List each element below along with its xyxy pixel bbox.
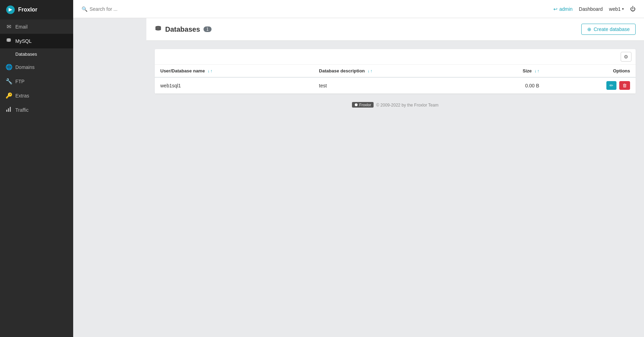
footer-copyright: © 2009-2022 by the Froxlor Team: [376, 103, 438, 108]
create-database-label: Create database: [593, 26, 630, 32]
sidebar-item-extras[interactable]: 🔑 Extras: [0, 88, 73, 103]
traffic-icon: [6, 107, 12, 113]
page-header-left: Databases 1: [155, 25, 212, 34]
admin-label: admin: [559, 6, 573, 12]
sidebar-sub-item-databases[interactable]: Databases: [0, 48, 73, 60]
sidebar-item-mysql-label: MySQL: [15, 38, 32, 44]
databases-table-container: ⚙ User/Database name ↓ ↑ Database descri…: [155, 49, 636, 94]
footer-logo-text: Froxlor: [359, 103, 371, 107]
col-size-label: Size: [523, 68, 532, 73]
froxlor-logo-icon: [6, 5, 15, 15]
user-link[interactable]: web1 ▾: [609, 6, 624, 12]
sidebar-item-extras-label: Extras: [15, 93, 29, 99]
footer: Froxlor © 2009-2022 by the Froxlor Team: [155, 94, 636, 116]
sort-size-desc[interactable]: ↑: [537, 69, 539, 73]
col-size: Size ↓ ↑: [475, 65, 545, 77]
chevron-down-icon: ▾: [622, 7, 624, 11]
topbar: 🔍 ↩ admin Dashboard web1 ▾ ⏻: [73, 0, 644, 18]
admin-link[interactable]: ↩ admin: [553, 6, 573, 12]
table-toolbar: ⚙: [155, 49, 636, 65]
page-header: Databases 1 ⊕ Create database: [146, 18, 644, 41]
dashboard-link[interactable]: Dashboard: [579, 6, 603, 12]
sidebar-item-ftp[interactable]: 🔧 FTP: [0, 74, 73, 88]
cell-size: 0.00 B: [475, 77, 545, 94]
power-button[interactable]: ⏻: [630, 6, 636, 12]
user-label: web1: [609, 6, 621, 12]
app-name: Froxlor: [18, 7, 37, 13]
col-options: Options: [545, 65, 636, 77]
delete-database-button[interactable]: 🗑: [619, 81, 630, 90]
svg-point-1: [7, 38, 11, 40]
sidebar-item-domains[interactable]: 🌐 Domains: [0, 60, 73, 74]
main-content: Databases 1 ⊕ Create database ⚙ User/Dat…: [146, 18, 644, 337]
logo-area[interactable]: Froxlor: [0, 0, 73, 19]
table-settings-button[interactable]: ⚙: [621, 52, 631, 62]
sort-description-desc[interactable]: ↑: [370, 69, 372, 73]
edit-database-button[interactable]: ✏: [606, 81, 616, 90]
col-user-db-name: User/Database name ↓ ↑: [155, 65, 313, 77]
table-body: web1sql1 test 0.00 B ✏ 🗑: [155, 77, 636, 94]
ftp-icon: 🔧: [6, 78, 12, 85]
search-area: 🔍: [82, 6, 549, 12]
sort-description-asc[interactable]: ↓: [367, 69, 369, 73]
cell-user-db-name: web1sql1: [155, 77, 313, 94]
search-icon: 🔍: [82, 6, 87, 12]
back-icon: ↩: [553, 6, 558, 12]
svg-rect-3: [8, 108, 9, 112]
sidebar-item-traffic[interactable]: Traffic: [0, 103, 73, 117]
extras-icon: 🔑: [6, 92, 12, 99]
sidebar-sub-item-databases-label: Databases: [15, 52, 37, 57]
col-size-sort: ↓ ↑: [534, 69, 539, 73]
page-title: Databases: [165, 25, 200, 33]
col-description-sort: ↓ ↑: [367, 69, 372, 73]
sidebar-item-traffic-label: Traffic: [15, 107, 29, 113]
sidebar-item-ftp-label: FTP: [15, 79, 24, 84]
sort-size-asc[interactable]: ↓: [534, 69, 536, 73]
search-input[interactable]: [90, 6, 159, 12]
cell-description: test: [313, 77, 475, 94]
email-icon: ✉: [6, 23, 12, 30]
cell-options: ✏ 🗑: [545, 77, 636, 94]
svg-point-6: [355, 103, 358, 106]
col-description-label: Database description: [319, 68, 365, 73]
create-database-button[interactable]: ⊕ Create database: [581, 24, 636, 35]
table-row: web1sql1 test 0.00 B ✏ 🗑: [155, 77, 636, 94]
databases-table: User/Database name ↓ ↑ Database descript…: [155, 65, 636, 94]
col-user-db-name-label: User/Database name: [160, 68, 205, 73]
svg-point-5: [155, 26, 161, 28]
databases-header-icon: [155, 25, 162, 34]
sidebar-item-mysql[interactable]: MySQL: [0, 34, 73, 48]
sort-user-db-name-desc[interactable]: ↑: [210, 69, 213, 73]
domains-icon: 🌐: [6, 64, 12, 70]
plus-icon: ⊕: [587, 26, 591, 32]
mysql-icon: [6, 38, 12, 45]
topbar-right: ↩ admin Dashboard web1 ▾ ⏻: [553, 6, 636, 12]
sidebar-item-email[interactable]: ✉ Email: [0, 19, 73, 34]
col-user-db-name-sort: ↓ ↑: [208, 69, 213, 73]
databases-count-badge: 1: [204, 26, 212, 32]
col-options-label: Options: [613, 68, 630, 73]
svg-rect-4: [10, 107, 11, 112]
sort-user-db-name-asc[interactable]: ↓: [208, 69, 210, 73]
sidebar-item-domains-label: Domains: [15, 64, 34, 70]
sidebar-item-email-label: Email: [15, 24, 28, 30]
svg-rect-2: [6, 110, 7, 112]
footer-logo: Froxlor: [352, 102, 374, 108]
table-header: User/Database name ↓ ↑ Database descript…: [155, 65, 636, 77]
col-description: Database description ↓ ↑: [313, 65, 475, 77]
sidebar: Froxlor ✉ Email MySQL Databases 🌐 Domain…: [0, 0, 73, 337]
